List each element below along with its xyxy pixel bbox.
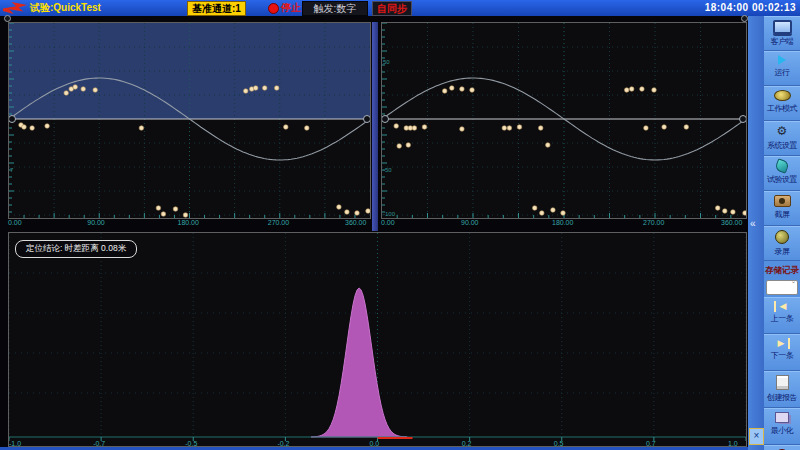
data-point [305,126,310,131]
data-point [30,126,35,131]
data-point [684,125,689,130]
data-point [507,126,512,131]
sidebar-item-client[interactable]: 客户端 [764,16,800,51]
data-point [442,89,447,94]
trigger-mode-box[interactable]: 触发:数字 [302,1,368,16]
monitor-icon [773,20,792,34]
sidebar-item-screen-capture[interactable]: 截屏 [764,191,800,226]
x-tick-label: -0.5 [185,440,197,447]
baseline-handle [364,116,371,123]
sidebar-item-label: 创建报告 [764,392,800,403]
data-point [460,87,465,92]
data-point [355,211,360,216]
data-point [624,88,629,93]
handle-ring-right[interactable] [741,15,748,22]
report-icon [776,375,789,390]
data-point [743,211,746,216]
base-channel-badge[interactable]: 基准通道:1 [187,1,246,16]
handle-ring-left[interactable] [4,15,11,22]
data-point [629,87,634,92]
sidebar-item-system-settings[interactable]: ⚙系统设置 [764,121,800,156]
sidebar-item-prev-record[interactable]: ◀上一条 [764,297,800,334]
data-point [394,124,399,129]
sidebar-item-exit[interactable]: ◄系统退出 [764,445,800,450]
data-point [640,87,645,92]
sidebar-item-label: 运行 [764,67,800,78]
x-tick-label: 0.0 [370,440,380,447]
data-point [243,89,248,94]
data-point [253,86,258,91]
data-point [715,206,720,211]
sidebar-item-next-record[interactable]: ▶下一条 [764,334,800,371]
x-tick-label: 0.00 [381,219,395,226]
sidebar-item-run[interactable]: 运行 [764,51,800,86]
data-point [412,126,417,131]
phase-scatter-right [382,23,746,218]
data-point [173,207,178,212]
close-icon[interactable]: × [749,428,764,445]
storage-record-dropdown[interactable]: ˇ [766,280,798,295]
chevron-down-icon: ˇ [792,280,795,290]
x-tick-label: -0.2 [277,440,289,447]
test-settings-icon [774,158,789,173]
data-point [406,143,411,148]
phase-chart-left-axis: 0.0090.00180.00270.00360.00 [8,219,371,230]
x-tick-label: -1.0 [9,440,21,447]
sidebar-item-label: 最小化 [764,425,800,436]
data-point [22,125,27,130]
sidebar: 客户端运行工作模式⚙系统设置试验设置截屏录屏 存储记录 ˇ ◀上一条▶下一条创建… [764,16,800,450]
correlation-chart[interactable]: 定位结论: 时差距离 0.08米 -1.0-0.7-0.5-0.20.00.20… [8,232,747,447]
data-point [64,91,69,96]
y-tick-label: -100 [383,211,395,217]
top-status-bar: 试验:QuickTest 基准通道:1 停止 触发:数字 自同步 18:04:0… [0,0,800,16]
brand-logo-icon [3,2,27,14]
x-tick-label: 270.00 [643,219,664,226]
x-tick-label: 90.00 [461,219,479,226]
phase-scatter-left [9,23,370,218]
phase-chart-right-axis: 0.0090.00180.00270.00360.00 [381,219,747,230]
sidebar-item-screen-record[interactable]: 录屏 [764,226,800,261]
data-point [538,126,543,131]
y-tick-label: -50 [383,167,392,173]
data-point [284,125,289,130]
x-tick-label: 0.2 [462,440,472,447]
chart-divider[interactable] [372,22,378,231]
data-point [161,212,166,217]
stop-status-label: 停止 [281,1,301,14]
sidebar-item-create-report[interactable]: 创建报告 [764,371,800,408]
sidebar-top-group: 客户端运行工作模式⚙系统设置试验设置截屏录屏 [764,16,800,261]
correlation-peak [311,288,407,437]
location-result-box: 定位结论: 时差距离 0.08米 [15,240,137,258]
x-tick-label: 180.00 [552,219,573,226]
sidebar-item-label: 录屏 [764,246,800,257]
data-point [337,205,342,210]
data-point [540,211,545,216]
mode-icon [774,90,791,101]
x-tick-label: 0.5 [554,440,564,447]
test-title: 试验:QuickTest [30,1,101,14]
sidebar-item-label: 截屏 [764,209,800,220]
x-tick-label: 1.0 [728,440,738,447]
sidebar-item-work-mode[interactable]: 工作模式 [764,86,800,121]
x-tick-label: 0.00 [8,219,22,226]
data-point [73,85,78,90]
sidebar-item-test-settings[interactable]: 试验设置 [764,156,800,191]
data-point [460,127,465,132]
phase-chart-right[interactable]: 50-50-100 [381,22,747,219]
sidebar-item-minimize[interactable]: 最小化 [764,408,800,445]
sidebar-item-label: 工作模式 [764,103,800,114]
phase-chart-left[interactable]: 7 [8,22,371,219]
data-point [93,88,98,93]
sidebar-item-label: 上一条 [764,313,800,324]
data-point [502,126,507,131]
data-point [723,209,728,214]
collapse-icon[interactable]: « [750,218,756,229]
skip-previous-icon: ◀ [774,301,790,312]
x-tick-label: 0.7 [646,440,656,447]
storage-records-header: 存储记录 [764,261,800,279]
sidebar-bottom-group: ◀上一条▶下一条创建报告最小化◄系统退出 [764,297,800,450]
skip-next-icon: ▶ [774,338,790,349]
sync-mode-box[interactable]: 自同步 [372,1,412,16]
data-point [397,144,402,149]
data-point [262,86,267,91]
